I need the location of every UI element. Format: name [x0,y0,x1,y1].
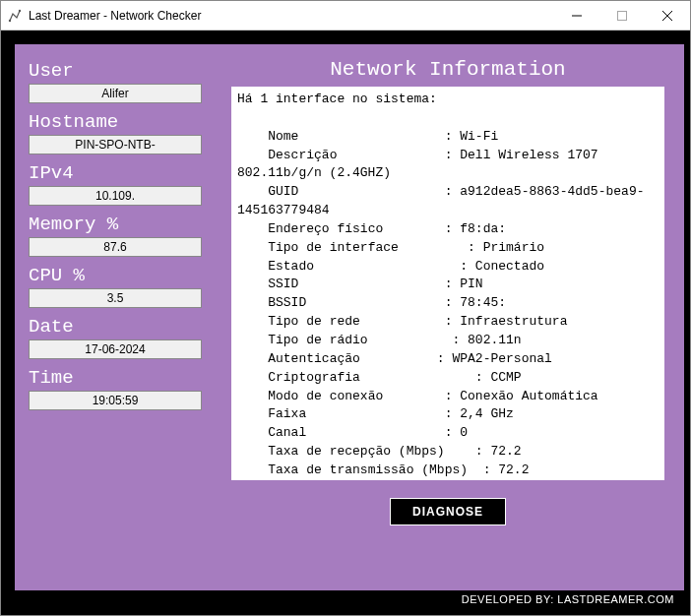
time-value: 19:05:59 [29,391,202,410]
hostname-label: Hostname [29,111,202,133]
window-title: Last Dreamer - Network Checker [29,9,554,23]
main-panel: Network Information Há 1 interface no si… [221,44,684,590]
window-controls [554,1,690,30]
app-icon [7,8,23,24]
diagnose-row: DIAGNOSE [231,498,664,525]
svg-point-0 [9,19,11,21]
ipv4-value: 10.109. [29,186,202,206]
content-area: User Alifer Hostname PIN-SPO-NTB- IPv4 1… [15,44,684,590]
ipv4-label: IPv4 [29,162,202,184]
diagnose-button[interactable]: DIAGNOSE [390,498,506,525]
close-button[interactable] [645,1,690,30]
cpu-value: 3.5 [29,288,202,308]
user-label: User [29,60,202,82]
network-info-panel: Há 1 interface no sistema: Nome : Wi-Fi … [231,87,664,480]
footer-credit: DEVELOPED BY: LASTDREAMER.COM [15,590,684,609]
user-value: Alifer [29,84,202,103]
outer-frame: User Alifer Hostname PIN-SPO-NTB- IPv4 1… [1,31,690,615]
titlebar: Last Dreamer - Network Checker [1,1,690,31]
svg-point-1 [19,9,21,11]
app-window: Last Dreamer - Network Checker User Alif… [0,0,691,616]
date-label: Date [29,316,202,338]
section-title: Network Information [231,58,664,81]
svg-rect-3 [618,11,627,20]
memory-label: Memory % [29,214,202,235]
hostname-value: PIN-SPO-NTB- [29,135,202,154]
memory-value: 87.6 [29,237,202,257]
minimize-button[interactable] [554,1,599,30]
time-label: Time [29,367,202,389]
sidebar: User Alifer Hostname PIN-SPO-NTB- IPv4 1… [15,44,221,590]
maximize-button [599,1,645,30]
cpu-label: CPU % [29,265,202,286]
date-value: 17-06-2024 [29,339,202,359]
